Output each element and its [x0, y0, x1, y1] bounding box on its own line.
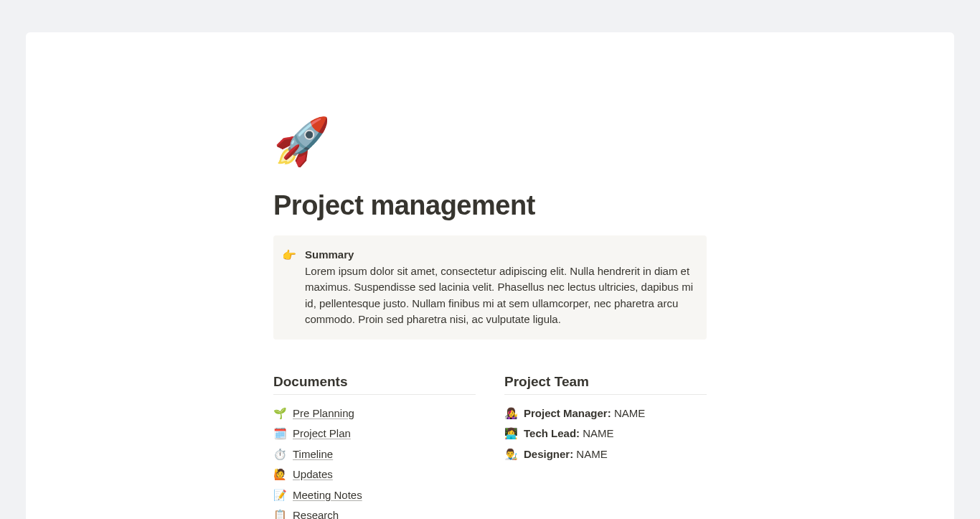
page-icon[interactable]: 🚀 — [273, 118, 707, 164]
callout-body: Lorem ipsum dolor sit amet, consectetur … — [305, 265, 693, 326]
clipboard-icon: 📋 — [273, 508, 287, 519]
documents-heading: Documents — [273, 374, 476, 395]
doc-link-updates[interactable]: Updates — [293, 467, 333, 483]
doc-link-research[interactable]: Research — [293, 508, 339, 519]
team-role-label: Tech Lead: — [524, 427, 580, 439]
doc-link-timeline[interactable]: Timeline — [293, 446, 333, 463]
team-role-label: Project Manager: — [524, 407, 611, 419]
list-item[interactable]: 🌱 Pre Planning — [273, 403, 476, 424]
columns: Documents 🌱 Pre Planning 🗓️ Project Plan… — [273, 374, 707, 520]
seedling-icon: 🌱 — [273, 406, 287, 422]
summary-callout: 👉 Summary Lorem ipsum dolor sit amet, co… — [273, 235, 707, 340]
doc-link-project-plan[interactable]: Project Plan — [293, 426, 351, 442]
page-title[interactable]: Project management — [273, 190, 707, 221]
pointing-right-icon: 👉 — [282, 247, 296, 328]
list-item: 👩‍🎤 Project Manager: NAME — [504, 403, 707, 424]
person-icon: 👨‍🎨 — [504, 446, 518, 463]
raising-hand-icon: 🙋 — [273, 467, 287, 483]
project-team-column: Project Team 👩‍🎤 Project Manager: NAME 👩… — [504, 374, 707, 520]
list-item[interactable]: 📋 Research — [273, 505, 476, 519]
person-icon: 👩‍💻 — [504, 426, 518, 442]
list-item[interactable]: 📝 Meeting Notes — [273, 485, 476, 506]
callout-title: Summary — [305, 248, 354, 261]
person-icon: 👩‍🎤 — [504, 406, 518, 422]
team-role-label: Designer: — [524, 448, 573, 460]
documents-list: 🌱 Pre Planning 🗓️ Project Plan ⏱️ Timeli… — [273, 399, 476, 520]
team-member-name: NAME — [583, 427, 613, 439]
team-member-name: NAME — [614, 407, 645, 419]
stopwatch-icon: ⏱️ — [273, 446, 287, 463]
memo-icon: 📝 — [273, 487, 287, 504]
page-content: 🚀 Project management 👉 Summary Lorem ips… — [273, 118, 707, 519]
list-item[interactable]: 🙋 Updates — [273, 464, 476, 485]
list-item[interactable]: 🗓️ Project Plan — [273, 424, 476, 444]
list-item: 👩‍💻 Tech Lead: NAME — [504, 424, 707, 444]
team-list: 👩‍🎤 Project Manager: NAME 👩‍💻 Tech Lead:… — [504, 399, 707, 465]
list-item[interactable]: ⏱️ Timeline — [273, 444, 476, 465]
doc-link-pre-planning[interactable]: Pre Planning — [293, 406, 354, 422]
list-item: 👨‍🎨 Designer: NAME — [504, 444, 707, 465]
callout-content: Summary Lorem ipsum dolor sit amet, cons… — [305, 247, 695, 328]
doc-link-meeting-notes[interactable]: Meeting Notes — [293, 487, 362, 504]
documents-column: Documents 🌱 Pre Planning 🗓️ Project Plan… — [273, 374, 476, 520]
project-team-heading: Project Team — [504, 374, 707, 395]
page-wrapper: 🚀 Project management 👉 Summary Lorem ips… — [26, 32, 954, 519]
team-member-name: NAME — [576, 448, 607, 460]
calendar-icon: 🗓️ — [273, 426, 287, 442]
